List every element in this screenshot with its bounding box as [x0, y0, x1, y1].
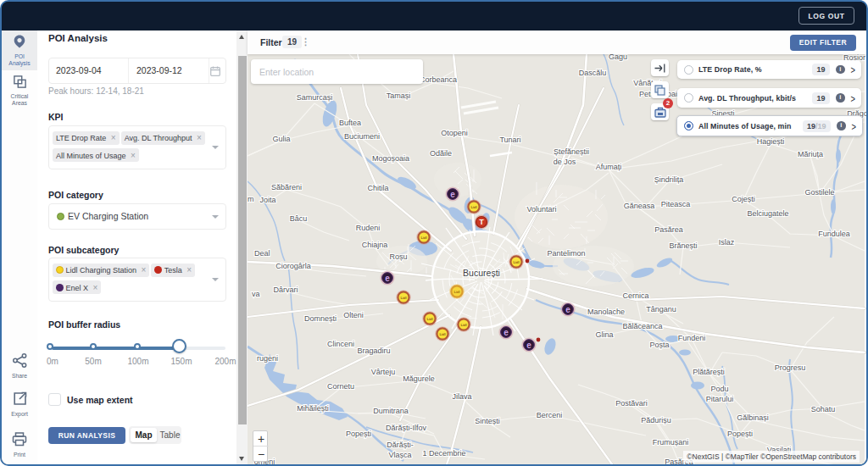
svg-text:Bălăceanca: Bălăceanca — [622, 322, 662, 330]
svg-text:Podu: Podu — [710, 385, 728, 393]
svg-text:Manolache: Manolache — [587, 308, 625, 316]
svg-text:Buciumeni: Buciumeni — [344, 132, 380, 141]
svg-text:Popești: Popești — [727, 430, 753, 438]
svg-text:Afumați: Afumați — [596, 163, 622, 171]
svg-text:Mihăilești: Mihăilești — [297, 404, 329, 413]
svg-text:Ștefăneștii: Ștefăneștii — [554, 147, 589, 156]
svg-text:Măriuța: Măriuța — [798, 150, 823, 158]
svg-text:Deal: Deal — [254, 249, 270, 258]
svg-text:m: m — [248, 195, 254, 203]
svg-text:Progresu: Progresu — [775, 363, 806, 372]
svg-text:e: e — [385, 274, 390, 283]
svg-text:Gălbinași: Gălbinași — [737, 413, 769, 422]
svg-text:Sohatu: Sohatu — [811, 405, 836, 413]
svg-text:Bâcu: Bâcu — [290, 214, 308, 223]
svg-text:Tunari: Tunari — [499, 136, 520, 144]
svg-text:Buftea: Buftea — [339, 119, 361, 127]
svg-text:Dărăști-Ilfov: Dărăști-Ilfov — [386, 424, 427, 432]
svg-text:Dumitrana: Dumitrana — [373, 407, 409, 415]
svg-text:Dârvari: Dârvari — [273, 286, 298, 294]
svg-text:Cornetu: Cornetu — [327, 382, 354, 391]
svg-text:Lidl: Lidl — [400, 296, 406, 300]
svg-text:Fundulea: Fundulea — [818, 230, 850, 238]
svg-text:Berceni: Berceni — [537, 411, 563, 419]
svg-text:Chiajna: Chiajna — [362, 241, 388, 249]
svg-text:va: va — [252, 290, 260, 298]
svg-text:Șindrilița: Șindrilița — [654, 175, 684, 184]
svg-text:București: București — [463, 268, 500, 278]
svg-text:Pantelimon: Pantelimon — [547, 249, 585, 258]
svg-text:Lidl: Lidl — [453, 290, 459, 294]
svg-text:Olteni: Olteni — [343, 311, 364, 319]
svg-text:Poșta: Poșta — [649, 341, 669, 349]
svg-text:Săbăreni: Săbăreni — [271, 183, 302, 191]
svg-text:Hagiești: Hagiești — [757, 137, 785, 146]
svg-text:Măgurele: Măgurele — [403, 374, 435, 383]
svg-text:e: e — [565, 305, 570, 314]
svg-text:Ciorogârla: Ciorogârla — [275, 262, 311, 270]
svg-text:Bragadiru: Bragadiru — [357, 347, 390, 355]
svg-text:Gulia: Gulia — [272, 135, 290, 143]
svg-text:Fundeni: Fundeni — [678, 334, 706, 342]
svg-text:T: T — [479, 218, 484, 226]
svg-text:Joita: Joita — [259, 196, 275, 204]
svg-text:Dărăști-: Dărăști- — [387, 441, 414, 449]
svg-text:Tânganu: Tânganu — [646, 305, 676, 313]
svg-text:Voluntari: Voluntari — [526, 205, 556, 214]
svg-text:Gagu: Gagu — [609, 54, 627, 61]
svg-text:Chitila: Chitila — [367, 184, 388, 192]
svg-text:Găneasa: Găneasa — [624, 202, 655, 210]
svg-text:Pădurișu: Pădurișu — [641, 416, 671, 424]
svg-text:Corbeanca: Corbeanca — [420, 75, 457, 84]
svg-text:Tamași: Tamași — [387, 92, 411, 100]
svg-text:Piteasca: Piteasca — [661, 200, 691, 208]
svg-text:Dascălu: Dascălu — [579, 69, 607, 77]
svg-text:Cernica: Cernica — [622, 291, 648, 300]
svg-text:Sintești: Sintești — [475, 417, 500, 425]
svg-text:Islaz: Islaz — [719, 238, 735, 247]
svg-text:Pasărea: Pasărea — [654, 225, 683, 234]
svg-text:Popești: Popești — [346, 430, 371, 438]
svg-text:Belciugatele: Belciugatele — [747, 209, 788, 218]
svg-text:Jilava: Jilava — [452, 392, 471, 401]
svg-text:Plătărești: Plătărești — [693, 368, 725, 376]
svg-text:Mogoșoaia: Mogoșoaia — [372, 154, 409, 163]
svg-text:Postăvari: Postăvari — [615, 399, 648, 408]
svg-text:Samurcași: Samurcași — [297, 93, 333, 102]
svg-text:Odăile: Odăile — [430, 149, 452, 158]
svg-text:1 Decembrie: 1 Decembrie — [422, 449, 465, 458]
svg-text:Gostilele: Gostilele — [804, 188, 834, 197]
svg-text:de Jos: de Jos — [554, 158, 576, 166]
svg-text:Lidl: Lidl — [513, 260, 519, 264]
svg-text:Vlașca: Vlașca — [388, 451, 411, 459]
svg-text:rugeni: rugeni — [257, 354, 278, 363]
svg-text:Cojești: Cojești — [732, 195, 755, 203]
svg-text:Frumușani: Frumușani — [653, 438, 689, 447]
svg-text:e: e — [450, 190, 455, 199]
svg-text:Otopeni: Otopeni — [441, 129, 468, 137]
svg-text:Lidl: Lidl — [426, 317, 432, 321]
svg-text:Domnești: Domnești — [304, 314, 337, 323]
svg-text:Vârteju: Vârteju — [371, 368, 396, 376]
svg-text:e: e — [504, 328, 509, 337]
svg-text:Glina: Glina — [595, 330, 613, 339]
svg-text:Pitarului: Pitarului — [706, 395, 734, 403]
svg-text:Lidl: Lidl — [470, 205, 476, 209]
svg-text:Roșu: Roșu — [389, 252, 407, 261]
svg-text:Brănești: Brănești — [669, 241, 697, 250]
svg-text:e: e — [526, 341, 531, 350]
svg-text:Rudeni: Rudeni — [356, 224, 381, 232]
svg-text:Lidl: Lidl — [420, 236, 426, 240]
svg-text:Lidl: Lidl — [460, 323, 466, 327]
svg-text:Lidl: Lidl — [439, 332, 445, 336]
svg-text:Clinceni: Clinceni — [327, 340, 354, 348]
